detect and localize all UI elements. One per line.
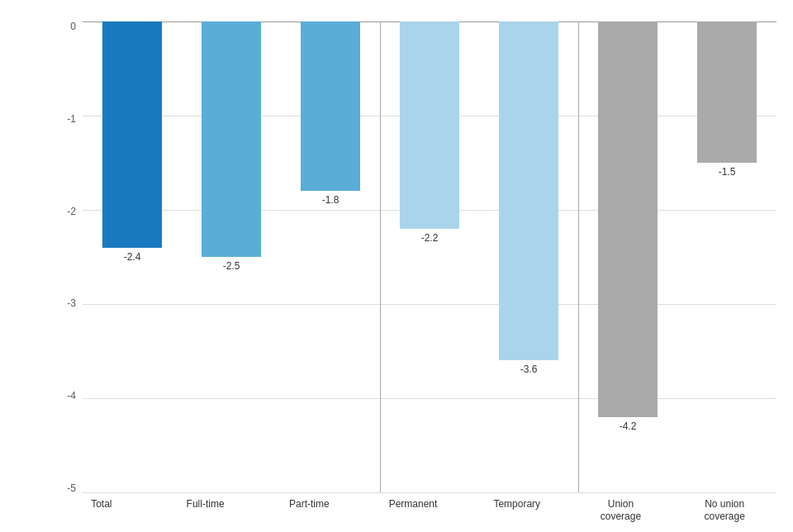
bar-value-label-permanent: -2.2 xyxy=(380,232,479,244)
bar-value-label-union: -4.2 xyxy=(578,420,677,432)
gridline xyxy=(83,492,776,493)
x-label-union: Unioncoverage xyxy=(569,493,673,524)
bar-group-temporary: -3.6 xyxy=(479,21,578,492)
x-labels: TotalFull-timePart-timePermanentTemporar… xyxy=(50,493,776,524)
x-label-temporary: Temporary xyxy=(465,493,569,524)
y-tick: -5 xyxy=(67,483,76,493)
x-label-fulltime: Full-time xyxy=(154,493,258,524)
bar-value-label-fulltime: -2.5 xyxy=(182,260,281,272)
bar-temporary xyxy=(499,21,558,360)
chart-area: 0-1-2-3-4-5 -2.4-2.5-1.8-2.2-3.6-4.2-1.5 xyxy=(50,21,776,493)
y-tick: -4 xyxy=(67,391,76,401)
bar-value-label-parttime: -1.8 xyxy=(281,194,380,206)
bar-union xyxy=(598,21,658,417)
bar-group-parttime: -1.8 xyxy=(281,21,380,492)
bar-fulltime xyxy=(202,21,261,257)
bar-permanent xyxy=(400,21,459,229)
x-label-permanent: Permanent xyxy=(361,493,465,524)
x-label-total: Total xyxy=(50,493,154,524)
bar-value-label-total: -2.4 xyxy=(83,251,182,263)
bar-value-label-nounion: -1.5 xyxy=(677,166,776,178)
y-tick: -3 xyxy=(67,298,76,308)
y-tick: -1 xyxy=(67,114,76,124)
bars-wrapper: -2.4-2.5-1.8-2.2-3.6-4.2-1.5 xyxy=(83,21,776,492)
bar-group-total: -2.4 xyxy=(83,21,182,492)
bar-total xyxy=(102,21,162,248)
y-tick: 0 xyxy=(70,21,76,31)
chart-container: 0-1-2-3-4-5 -2.4-2.5-1.8-2.2-3.6-4.2-1.5… xyxy=(0,0,793,532)
bar-value-label-temporary: -3.6 xyxy=(479,363,578,375)
bar-nounion xyxy=(697,21,757,163)
x-label-nounion: No unioncoverage xyxy=(672,493,776,524)
y-axis: 0-1-2-3-4-5 xyxy=(50,21,83,493)
bar-group-nounion: -1.5 xyxy=(677,21,776,492)
bar-group-permanent: -2.2 xyxy=(380,21,479,492)
x-label-parttime: Part-time xyxy=(257,493,361,524)
bar-group-fulltime: -2.5 xyxy=(182,21,281,492)
bar-parttime xyxy=(301,21,360,191)
bar-group-union: -4.2 xyxy=(578,21,677,492)
plot-area: -2.4-2.5-1.8-2.2-3.6-4.2-1.5 xyxy=(83,21,776,493)
y-tick: -2 xyxy=(67,207,76,216)
